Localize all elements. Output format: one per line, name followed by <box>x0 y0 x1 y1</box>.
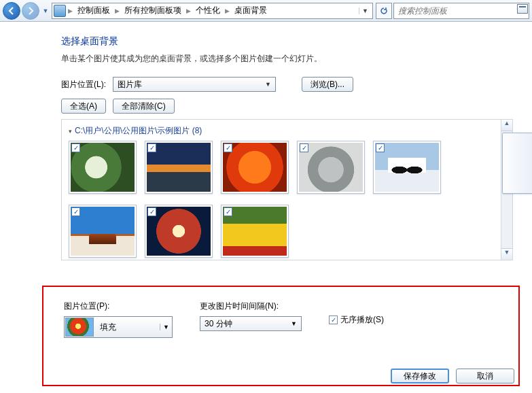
gallery-folder-header[interactable]: ▾ C:\用户\公用\公用图片\示例图片 (8) <box>69 125 494 137</box>
picture-location-label: 图片位置(L): <box>61 79 106 90</box>
picture-position-label: 图片位置(P): <box>64 301 173 312</box>
change-interval-value: 30 分钟 <box>205 318 232 330</box>
change-interval-combo[interactable]: 30 分钟 ▼ <box>200 316 302 331</box>
breadcrumb-item[interactable]: 控制面板 <box>75 5 113 16</box>
shuffle-checkbox[interactable]: ✓ <box>329 315 338 324</box>
wallpaper-image <box>147 143 211 192</box>
clear-all-button[interactable]: 全部清除(C) <box>113 99 175 114</box>
fit-preview-icon <box>65 318 94 337</box>
search-input[interactable] <box>397 5 515 16</box>
address-dropdown[interactable]: ▼ <box>359 7 371 14</box>
thumb-checkbox[interactable]: ✓ <box>147 207 156 216</box>
scroll-thumb[interactable] <box>502 133 532 194</box>
gallery-folder-label: C:\用户\公用\公用图片\示例图片 (8) <box>75 125 202 137</box>
nav-history-dropdown[interactable]: ▼ <box>41 4 50 18</box>
wallpaper-image <box>223 143 287 192</box>
wallpaper-thumb[interactable]: ✓ <box>221 141 289 194</box>
thumb-checkbox[interactable]: ✓ <box>376 143 385 152</box>
thumb-checkbox[interactable]: ✓ <box>300 143 308 152</box>
breadcrumb-item[interactable]: 所有控制面板项 <box>122 5 184 16</box>
page-title: 选择桌面背景 <box>61 35 513 48</box>
chevron-right-icon: ▶ <box>185 7 192 14</box>
collapse-icon: ▾ <box>69 128 72 135</box>
control-panel-icon <box>54 5 66 17</box>
breadcrumb-item[interactable]: 个性化 <box>193 5 223 16</box>
search-box[interactable] <box>393 3 529 19</box>
scroll-track[interactable] <box>501 131 512 248</box>
wallpaper-image <box>71 207 135 256</box>
chevron-down-icon: ▼ <box>291 320 297 327</box>
page-subtitle: 单击某个图片使其成为您的桌面背景，或选择多个图片创建一个幻灯片。 <box>61 53 513 65</box>
scroll-up-button[interactable]: ▲ <box>501 120 512 131</box>
select-all-button[interactable]: 全选(A) <box>61 99 106 114</box>
cancel-button[interactable]: 取消 <box>456 369 514 383</box>
chevron-down-icon: ▼ <box>265 81 271 88</box>
chevron-right-icon: ▶ <box>224 7 230 14</box>
wallpaper-image <box>299 143 363 192</box>
nav-forward-button[interactable] <box>22 2 39 20</box>
wallpaper-image <box>223 207 287 256</box>
wallpaper-image <box>147 207 211 256</box>
gallery-scrollbar[interactable]: ▲ ▼ <box>501 120 512 260</box>
thumb-checkbox[interactable]: ✓ <box>224 207 232 216</box>
wallpaper-thumb[interactable]: ✓ <box>145 141 213 194</box>
maximize-button[interactable] <box>517 4 528 14</box>
wallpaper-thumb[interactable]: ✓ <box>297 141 365 194</box>
thumb-checkbox[interactable]: ✓ <box>224 143 232 152</box>
save-changes-button[interactable]: 保存修改 <box>391 369 449 383</box>
wallpaper-thumb[interactable]: ✓ <box>69 205 137 258</box>
picture-location-combo[interactable]: 图片库 ▼ <box>113 77 276 92</box>
chevron-right-icon: ▶ <box>114 7 120 14</box>
chevron-down-icon: ▼ <box>160 324 172 330</box>
chevron-right-icon: ▶ <box>67 7 73 14</box>
wallpaper-thumb[interactable]: ✓ <box>221 205 289 258</box>
wallpaper-thumb[interactable]: ✓ <box>69 141 137 194</box>
wallpaper-image <box>71 143 135 192</box>
thumb-checkbox[interactable]: ✓ <box>147 143 156 152</box>
scroll-down-button[interactable]: ▼ <box>501 248 512 260</box>
wallpaper-thumb[interactable]: ✓ <box>373 141 441 194</box>
thumb-checkbox[interactable]: ✓ <box>71 143 80 152</box>
breadcrumb-item[interactable]: 桌面背景 <box>232 5 270 16</box>
shuffle-label: 无序播放(S) <box>340 314 384 326</box>
wallpaper-gallery: ▾ C:\用户\公用\公用图片\示例图片 (8) ✓ ✓ ✓ <box>61 119 513 260</box>
change-interval-label: 更改图片时间间隔(N): <box>200 301 302 312</box>
picture-position-combo[interactable]: 填充 ▼ <box>64 316 173 338</box>
nav-back-button[interactable] <box>3 2 20 20</box>
wallpaper-image <box>375 143 439 192</box>
thumb-checkbox[interactable]: ✓ <box>71 207 80 216</box>
browse-button[interactable]: 浏览(B)... <box>302 77 353 92</box>
picture-location-value: 图片库 <box>118 79 142 90</box>
refresh-button[interactable] <box>376 3 392 19</box>
picture-position-value: 填充 <box>94 322 160 333</box>
wallpaper-thumb[interactable]: ✓ <box>145 205 213 258</box>
address-bar[interactable]: ▶ 控制面板 ▶ 所有控制面板项 ▶ 个性化 ▶ 桌面背景 ▼ <box>52 3 373 19</box>
